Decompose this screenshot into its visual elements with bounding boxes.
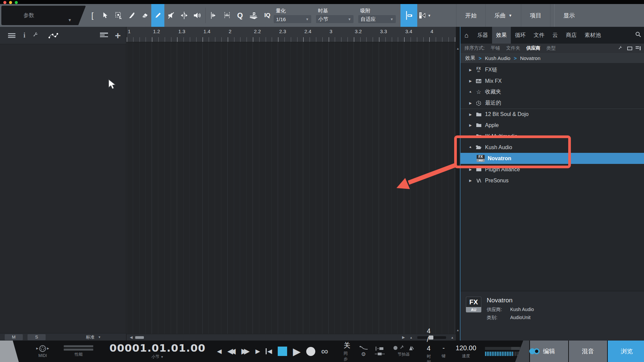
expanded-arrow-icon[interactable]: ▼ bbox=[468, 145, 473, 150]
breadcrumb-effects[interactable]: 效果 bbox=[465, 55, 475, 61]
count-in-icon[interactable] bbox=[393, 346, 397, 350]
next-bar-button[interactable]: ▶ bbox=[255, 348, 260, 355]
zoom-out-icon[interactable]: ▲ bbox=[410, 336, 413, 339]
collapsed-arrow-icon[interactable]: ▶ bbox=[469, 168, 472, 171]
chevron-down-icon[interactable]: ▼ bbox=[98, 336, 101, 339]
snap-select[interactable]: 自适应 ▼ bbox=[358, 15, 396, 23]
zoom-in-icon[interactable]: ▲ bbox=[451, 336, 454, 339]
collapsed-arrow-icon[interactable]: ▶ bbox=[469, 79, 472, 83]
arrow-tool-button[interactable] bbox=[99, 4, 112, 27]
sort-vendor[interactable]: 供应商 bbox=[526, 45, 540, 51]
rewind-button[interactable]: ◀◀ bbox=[227, 347, 236, 356]
scrollbar-handle[interactable] bbox=[135, 336, 144, 339]
tab-loops[interactable]: 循环 bbox=[511, 27, 530, 44]
track-inspector-button[interactable] bbox=[100, 32, 108, 39]
tab-shop[interactable]: 商店 bbox=[562, 27, 581, 44]
performance-meter[interactable]: 性能 bbox=[64, 345, 93, 357]
time-unit[interactable]: 小节 ▼ bbox=[151, 354, 163, 360]
collapsed-arrow-icon[interactable]: ▶ bbox=[469, 113, 472, 116]
tree-item-ik-multimedia[interactable]: ▶ IK Multimedia bbox=[461, 131, 644, 142]
wrench-icon[interactable] bbox=[619, 46, 624, 51]
solo-all-button[interactable]: S bbox=[28, 334, 46, 340]
tab-cloud[interactable]: 云 bbox=[548, 27, 562, 44]
eraser-tool-button[interactable] bbox=[138, 4, 151, 27]
automation-button[interactable] bbox=[48, 32, 58, 39]
tempo-track-control[interactable]: ⚙ bbox=[359, 345, 368, 357]
mute-tool-button[interactable] bbox=[164, 4, 177, 27]
sort-type[interactable]: 类型 bbox=[546, 45, 556, 51]
arrange-grid[interactable] bbox=[126, 42, 456, 334]
tree-item-novatron[interactable]: FXAU Novatron bbox=[461, 153, 644, 164]
key-control[interactable]: - 键 bbox=[442, 344, 446, 359]
sync-control[interactable]: 关 同步 bbox=[344, 341, 351, 362]
track-height-preset[interactable]: 标准 bbox=[86, 334, 95, 340]
quantize-tool-button[interactable]: Q bbox=[233, 4, 247, 27]
minimize-window-button[interactable] bbox=[9, 1, 12, 4]
record-button[interactable] bbox=[306, 347, 315, 356]
track-list-area[interactable] bbox=[0, 44, 126, 333]
breadcrumb-vendor[interactable]: Kush Audio bbox=[485, 55, 511, 61]
collapsed-arrow-icon[interactable]: ▶ bbox=[469, 179, 472, 182]
scroll-up-icon[interactable]: ▲ bbox=[457, 47, 460, 50]
tab-instruments[interactable]: 乐器 bbox=[473, 27, 492, 44]
collapsed-arrow-icon[interactable]: ▶ bbox=[469, 101, 472, 105]
sort-folder[interactable]: 文件夹 bbox=[506, 45, 520, 51]
panel-view-icon[interactable] bbox=[627, 47, 632, 50]
tree-item-favorites[interactable]: ▼ ☆ 收藏夹 bbox=[461, 86, 644, 98]
paint-tool-button[interactable] bbox=[151, 4, 164, 27]
transform-tool-button[interactable] bbox=[247, 4, 260, 27]
tree-item-apple[interactable]: ▶ Apple bbox=[461, 120, 644, 131]
info-button[interactable]: i bbox=[23, 32, 25, 39]
timebase-select[interactable]: 小节 ▼ bbox=[316, 15, 354, 23]
sort-flat[interactable]: 平铺 bbox=[491, 45, 500, 51]
time-display[interactable]: 00001.01.01.00 小节 ▼ bbox=[109, 343, 206, 360]
track-view-button[interactable]: ▼ bbox=[417, 4, 433, 27]
zoom-window-button[interactable] bbox=[15, 1, 18, 4]
return-to-start-button[interactable]: ◀ bbox=[266, 348, 272, 355]
add-track-button[interactable]: + bbox=[115, 32, 121, 39]
metronome-settings-icon[interactable] bbox=[400, 345, 406, 351]
range-tool-button[interactable] bbox=[112, 4, 125, 27]
show-page-button[interactable]: 显示 bbox=[555, 4, 584, 27]
bend-tool-button[interactable] bbox=[177, 4, 191, 27]
tree-item-kush-audio[interactable]: ▼ Kush Audio bbox=[461, 142, 644, 153]
gear-icon[interactable]: ⚙ bbox=[361, 351, 366, 357]
tree-item-plugin-alliance[interactable]: ▶ Plugin Alliance bbox=[461, 164, 644, 175]
metronome-controls[interactable]: 节拍器 bbox=[393, 345, 414, 357]
tree-item-presonus[interactable]: ▶ PreSonus bbox=[461, 175, 644, 186]
tab-effects[interactable]: 效果 bbox=[492, 27, 511, 44]
song-page-button[interactable]: 乐曲▼ bbox=[486, 4, 521, 27]
fast-forward-button[interactable]: ▶▶ bbox=[241, 347, 250, 356]
collapsed-arrow-icon[interactable]: ▶ bbox=[469, 68, 472, 72]
zoom-slider[interactable] bbox=[417, 336, 446, 339]
start-page-button[interactable]: 开始 bbox=[457, 4, 485, 27]
timeline-ruler[interactable]: 11.21.31.422.22.32.433.23.33.44 bbox=[126, 27, 456, 42]
home-icon[interactable]: ⌂ bbox=[465, 32, 469, 39]
scroll-down-icon[interactable]: ▲ bbox=[457, 328, 460, 332]
scroll-left-icon[interactable]: ◀ bbox=[130, 335, 132, 340]
mix-view-button[interactable]: 混音 bbox=[568, 341, 607, 362]
tree-item-12bit[interactable]: ▶ 12 Bit Soul & Dojo bbox=[461, 109, 644, 120]
menu-button[interactable] bbox=[8, 33, 15, 38]
previous-bar-button[interactable]: ◀ bbox=[217, 348, 222, 355]
tree-item-mix-fx[interactable]: ▶ Mix FX bbox=[461, 75, 644, 86]
params-dropdown[interactable]: 参数 ▼ bbox=[1, 6, 86, 25]
metronome-icon[interactable] bbox=[409, 346, 414, 351]
vertical-scrollbar[interactable]: ▲ ▲ bbox=[456, 27, 460, 341]
collapsed-arrow-icon[interactable]: ▶ bbox=[469, 134, 472, 138]
expanded-arrow-icon[interactable]: ▼ bbox=[468, 89, 473, 95]
scroll-right-icon[interactable]: ▶ bbox=[402, 335, 405, 340]
split-tool-button[interactable] bbox=[125, 4, 138, 27]
project-page-button[interactable]: 项目 bbox=[521, 4, 550, 27]
preroll-controls[interactable] bbox=[375, 347, 385, 356]
tempo-control[interactable]: 120.00 速度 bbox=[456, 344, 476, 359]
stretch-tool-button[interactable] bbox=[220, 4, 233, 27]
loop-button[interactable]: ∞ bbox=[321, 346, 328, 357]
breadcrumb-plugin[interactable]: Novatron bbox=[520, 55, 540, 61]
tools-button[interactable] bbox=[34, 32, 40, 39]
close-window-button[interactable] bbox=[3, 1, 6, 4]
mute-all-button[interactable]: M bbox=[5, 334, 23, 340]
tree-item-recent[interactable]: ▶ 最近的 bbox=[461, 98, 644, 109]
list-view-icon[interactable] bbox=[636, 46, 641, 50]
search-button[interactable] bbox=[635, 32, 641, 39]
